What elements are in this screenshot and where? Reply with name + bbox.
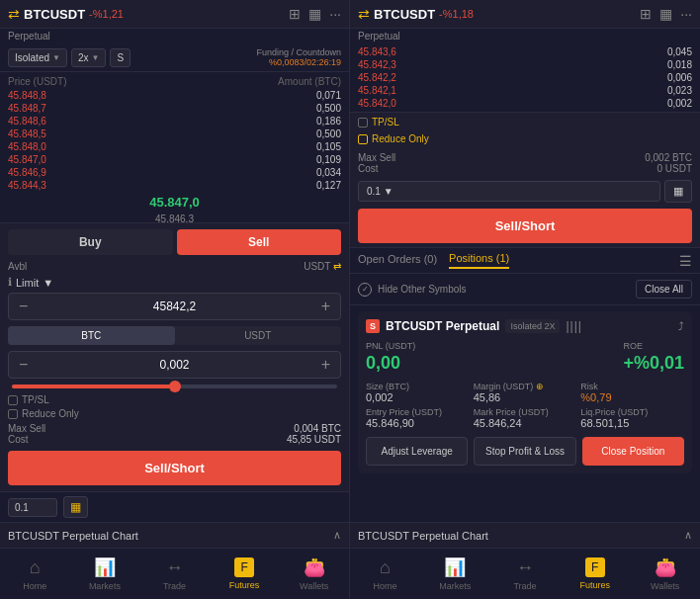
right-wallets-icon: 👛 (655, 556, 676, 578)
position-symbol: BTCUSDT Perpetual (386, 319, 499, 333)
qty-input[interactable] (32, 358, 316, 372)
info-icon: ℹ (8, 276, 12, 289)
nav-trade[interactable]: ↔ Trade (139, 553, 210, 595)
roe-value: +%0,01 (623, 353, 684, 374)
sell-row[interactable]: 45.848,00,105 (8, 140, 341, 153)
avbl-label: Avbl (8, 261, 27, 272)
nav-wallets[interactable]: 👛 Wallets (279, 553, 349, 595)
isolated-arrow-icon: ▼ (52, 53, 60, 62)
grid-icon[interactable]: ▦ (308, 6, 321, 22)
buy-tab[interactable]: Buy (8, 229, 173, 255)
right-reduce-checkbox[interactable] (358, 134, 368, 144)
sell-short-button[interactable]: Sell/Short (8, 451, 341, 485)
right-nav-markets[interactable]: 📊 Markets (420, 553, 490, 595)
slider-thumb[interactable] (169, 381, 181, 392)
sell-row[interactable]: 45.846,90,034 (8, 166, 341, 179)
nav-markets-label: Markets (89, 581, 121, 591)
isolated-select[interactable]: Isolated ▼ (8, 48, 67, 67)
price-list-row[interactable]: 45.842,30,018 (358, 58, 692, 71)
sell-tab[interactable]: Sell (177, 229, 342, 255)
price-list-row[interactable]: 45.843,60,045 (358, 45, 692, 58)
positions-tabs: Open Orders (0) Positions (1) ☰ (350, 248, 700, 274)
price-list-row[interactable]: 45.842,20,006 (358, 71, 692, 84)
qty-plus-btn[interactable]: + (317, 356, 334, 374)
right-symbol[interactable]: BTCUSDT (374, 7, 435, 22)
sell-row[interactable]: 45.848,70,500 (8, 102, 341, 115)
right-nav-home[interactable]: ⌂ Home (350, 553, 420, 595)
share-icon[interactable]: ⤴ (678, 320, 684, 332)
btc-tab[interactable]: BTC (8, 326, 175, 345)
right-sell-short-button[interactable]: Sell/Short (358, 209, 692, 243)
qty-select-input[interactable] (8, 498, 57, 517)
right-more-icon[interactable]: ··· (680, 6, 692, 22)
open-orders-tab[interactable]: Open Orders (0) (358, 253, 437, 268)
left-collapse-icon[interactable]: ∧ (333, 529, 341, 542)
adjust-leverage-button[interactable]: Adjust Leverage (366, 437, 468, 466)
trade-icon: ↔ (165, 557, 183, 578)
right-grid-icon[interactable]: ▦ (659, 6, 672, 22)
close-position-button[interactable]: Close Position (582, 437, 684, 466)
right-price-list: 45.843,60,04545.842,30,01845.842,20,0064… (350, 43, 700, 113)
chart-icon[interactable]: ⊞ (289, 6, 301, 22)
left-header-icons: ⊞ ▦ ··· (289, 6, 341, 22)
left-chart-bar[interactable]: BTCUSDT Perpetual Chart ∧ (0, 522, 349, 548)
right-bottom-nav: ⌂ Home 📊 Markets ↔ Trade F Futures 👛 Wal… (350, 548, 700, 599)
close-all-button[interactable]: Close All (636, 280, 692, 299)
nav-home[interactable]: ⌂ Home (0, 553, 70, 595)
price-input[interactable] (32, 300, 316, 313)
avbl-row: Avbl USDT ⇄ (8, 261, 341, 272)
price-list-row[interactable]: 45.842,10,023 (358, 84, 692, 97)
leverage-select[interactable]: 2x ▼ (71, 48, 106, 67)
right-grid-btn[interactable]: ▦ (664, 180, 692, 203)
usdt-tab[interactable]: USDT (175, 326, 342, 345)
right-tpsl-checkbox[interactable] (358, 118, 368, 128)
sell-row[interactable]: 45.847,00,109 (8, 153, 341, 166)
order-type-select[interactable]: Limit ▼ (16, 277, 53, 289)
entry-value: 45.846,90 (366, 417, 470, 429)
right-tpsl-section: TP/SL Reduce Only (358, 117, 692, 148)
more-icon[interactable]: ··· (329, 6, 341, 22)
right-nav-wallets[interactable]: 👛 Wallets (630, 553, 700, 595)
max-sell-value: 0,004 BTC (287, 423, 341, 434)
liq-label: Liq.Price (USDT) (580, 407, 684, 417)
nav-futures[interactable]: F Futures (210, 553, 280, 595)
nav-markets[interactable]: 📊 Markets (70, 553, 140, 595)
right-nav-trade[interactable]: ↔ Trade (490, 553, 561, 595)
hide-check-icon[interactable]: ✓ (358, 283, 372, 297)
right-nav-futures-label: Futures (580, 580, 611, 590)
tpsl-row: TP/SL (8, 394, 341, 405)
left-controls: Isolated ▼ 2x ▼ S Funding / Countdown %0… (0, 43, 349, 72)
right-collapse-icon[interactable]: ∧ (684, 529, 692, 542)
right-chart-bar[interactable]: BTCUSDT Perpetual Chart ∧ (350, 522, 700, 548)
sell-row[interactable]: 45.844,30,127 (8, 179, 341, 192)
right-qty-arrow-icon: ▼ (384, 186, 394, 197)
price-input-row: − + (8, 293, 341, 320)
chart-toggle-btn[interactable]: ▦ (63, 496, 88, 518)
left-header-left: ⇄ BTCUSDT -%1,21 (8, 6, 124, 22)
sell-row[interactable]: 45.848,50,500 (8, 128, 341, 140)
right-qty-select[interactable]: 0.1 ▼ (358, 181, 660, 202)
positions-tab[interactable]: Positions (1) (449, 252, 509, 269)
right-nav-markets-label: Markets (439, 581, 471, 591)
transfer-icon[interactable]: ⇄ (333, 261, 341, 272)
nav-futures-label: Futures (229, 580, 260, 590)
right-reduce-label: Reduce Only (372, 133, 429, 144)
price-list-row[interactable]: 45.842,00,002 (358, 97, 692, 110)
left-symbol[interactable]: BTCUSDT (24, 7, 85, 22)
nav-home-label: Home (23, 581, 46, 591)
tpsl-checkbox[interactable] (8, 395, 18, 405)
left-bottom-row: ▦ (0, 491, 349, 522)
right-chart-icon[interactable]: ⊞ (640, 6, 652, 22)
price-minus-btn[interactable]: − (15, 298, 32, 315)
reduce-checkbox[interactable] (8, 409, 18, 419)
stop-profit-loss-button[interactable]: Stop Profit & Loss (474, 437, 575, 466)
positions-tab-icon[interactable]: ☰ (679, 253, 692, 269)
qty-minus-btn[interactable]: − (15, 356, 32, 374)
sell-row[interactable]: 45.848,60,186 (8, 115, 341, 128)
futures-icon: F (234, 557, 254, 577)
sell-row[interactable]: 45.848,80,071 (8, 89, 341, 102)
price-plus-btn[interactable]: + (317, 298, 334, 315)
slider-row[interactable] (8, 385, 341, 388)
margin-plus-icon[interactable]: ⊕ (536, 382, 544, 391)
right-nav-futures[interactable]: F Futures (560, 553, 630, 595)
